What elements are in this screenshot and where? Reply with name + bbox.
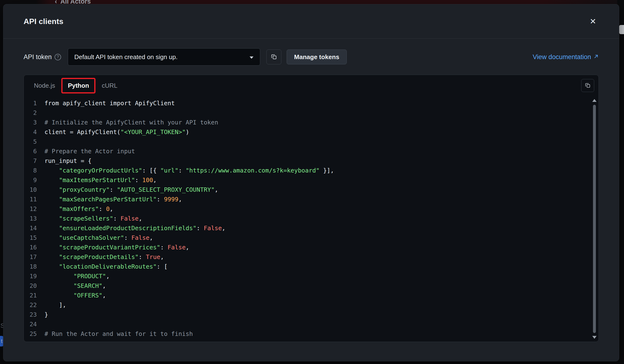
line-number: 4 [24,127,37,137]
modal-title: API clients [24,17,63,26]
modal-header: API clients ✕ [3,4,619,39]
line-number: 24 [24,319,37,329]
line-number: 20 [24,281,37,291]
code-line: 12 "maxOffers": 0, [24,204,590,214]
background-page-fragment [619,25,624,34]
code-text: "proxyCountry": "AUTO_SELECT_PROXY_COUNT… [45,185,218,194]
line-number: 10 [24,185,37,194]
code-text: client = ApifyClient("<YOUR_API_TOKEN>") [45,127,189,137]
code-text: ], [45,300,66,310]
line-number: 19 [24,271,37,281]
code-text: "SEARCH", [45,281,106,291]
scroll-down-icon[interactable] [592,336,597,339]
line-number: 22 [24,300,37,310]
code-line: 6# Prepare the Actor input [24,146,590,156]
line-number: 23 [24,310,37,319]
code-text: # Prepare the Actor input [45,146,135,156]
tab-curl[interactable]: cURL [98,79,121,92]
code-text: "OFFERS", [45,291,106,300]
code-line: 1from apify_client import ApifyClient [24,98,590,108]
background-toast-fragment: t [0,336,3,346]
code-lines: 1from apify_client import ApifyClient23#… [24,98,590,339]
line-number: 25 [24,329,37,339]
line-number: 9 [24,175,37,185]
code-line: 19 "PRODUCT", [24,271,590,281]
code-scrollbar[interactable] [592,98,597,339]
line-number: 3 [24,118,37,127]
close-icon[interactable]: ✕ [587,16,599,27]
code-text: from apify_client import ApifyClient [45,98,175,108]
code-text: "maxOffers": 0, [45,204,113,214]
view-documentation-label: View documentation [533,53,591,61]
line-number: 21 [24,291,37,300]
code-text: "scrapeSellers": False, [45,214,142,223]
python-tab-annotation-highlight: Python [61,78,96,94]
line-number: 2 [24,108,37,118]
line-number: 15 [24,233,37,243]
code-line: 9 "maxItemsPerStartUrl": 100, [24,175,590,185]
code-text: run_input = { [45,156,92,166]
code-text: "maxItemsPerStartUrl": 100, [45,175,157,185]
line-number: 1 [24,98,37,108]
code-line: 7run_input = { [24,156,590,166]
code-line: 23} [24,310,590,319]
code-line: 13 "scrapeSellers": False, [24,214,590,223]
scroll-up-icon[interactable] [592,99,597,102]
code-line: 10 "proxyCountry": "AUTO_SELECT_PROXY_CO… [24,185,590,194]
code-language-tabs: Node.js Python cURL [24,75,598,96]
copy-icon [585,82,591,89]
manage-tokens-button[interactable]: Manage tokens [287,49,347,64]
code-editor[interactable]: 1from apify_client import ApifyClient23#… [24,96,590,342]
code-line: 25# Run the Actor and wait for it to fin… [24,329,590,339]
copy-code-button[interactable] [581,79,594,92]
code-text: "ensureLoadedProductDescriptionFields": … [45,223,226,233]
code-text: # Run the Actor and wait for it to finis… [45,329,193,339]
line-number: 5 [24,137,37,146]
scrollbar-thumb[interactable] [593,105,596,333]
code-text: "PRODUCT", [45,271,110,281]
code-text: "scrapeProductVariantPrices": False, [45,243,189,252]
copy-icon [270,53,277,61]
code-line: 14 "ensureLoadedProductDescriptionFields… [24,223,590,233]
code-line: 20 "SEARCH", [24,281,590,291]
help-icon[interactable]: ? [54,54,61,60]
copy-token-button[interactable] [266,49,281,64]
code-text: "useCaptchaSolver": False, [45,233,153,243]
code-line: 24 [24,319,590,329]
code-text: "locationDeliverableRoutes": [ [45,262,168,271]
code-line: 17 "scrapeProductDetails": True, [24,252,590,262]
code-line: 11 "maxSearchPagesPerStartUrl": 9999, [24,194,590,204]
tab-python[interactable]: Python [62,79,94,92]
line-number: 17 [24,252,37,262]
code-line: 16 "scrapeProductVariantPrices": False, [24,243,590,252]
code-line: 21 "OFFERS", [24,291,590,300]
api-token-dropdown[interactable]: Default API token created on sign up. [68,48,260,66]
code-line: 3# Initialize the ApifyClient with your … [24,118,590,127]
code-text: "maxSearchPagesPerStartUrl": 9999, [45,194,182,204]
api-token-row: API token ? Default API token created on… [24,48,599,66]
api-clients-modal: API clients ✕ API token ? Default API to… [3,4,619,361]
line-number: 7 [24,156,37,166]
external-link-icon [594,53,599,61]
code-text: "scrapeProductDetails": True, [45,252,164,262]
line-number: 14 [24,223,37,233]
code-text: } [45,310,48,319]
view-documentation-link[interactable]: View documentation [533,53,599,61]
code-panel: Node.js Python cURL 1from apify_client i… [24,75,599,342]
code-line: 15 "useCaptchaSolver": False, [24,233,590,243]
line-number: 6 [24,146,37,156]
code-line: 2 [24,108,590,118]
tab-nodejs[interactable]: Node.js [30,79,58,92]
line-number: 8 [24,166,37,175]
line-number: 11 [24,194,37,204]
code-line: 4client = ApifyClient("<YOUR_API_TOKEN>"… [24,127,590,137]
api-token-label: API token [24,53,52,61]
code-line: 22 ], [24,300,590,310]
code-text: # Initialize the ApifyClient with your A… [45,118,218,127]
code-text: "categoryOrProductUrls": [{ "url": "http… [45,166,334,175]
api-token-dropdown-value: Default API token created on sign up. [74,53,178,61]
line-number: 13 [24,214,37,223]
line-number: 12 [24,204,37,214]
line-number: 16 [24,243,37,252]
line-number: 18 [24,262,37,271]
